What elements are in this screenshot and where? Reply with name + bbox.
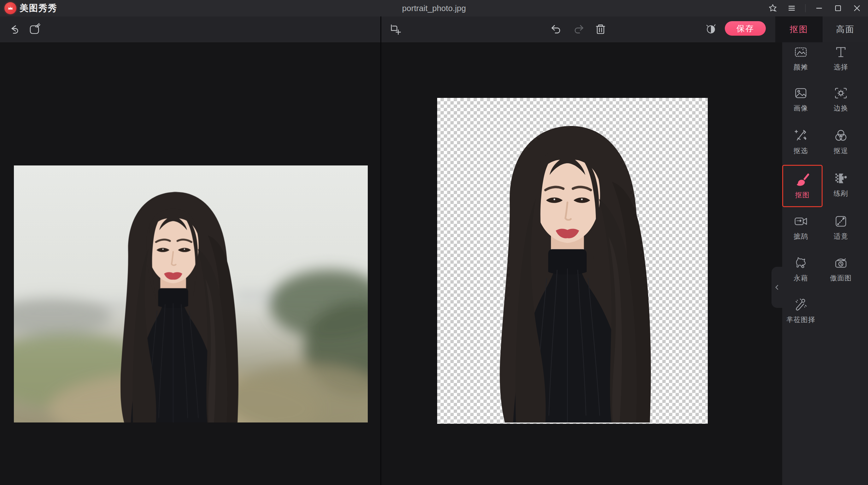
sidebar-tool-text[interactable]: 选择 [821, 45, 861, 72]
tab-cutout[interactable]: 抠图 [775, 17, 823, 42]
canvas-area: 原图 效果图 [0, 42, 782, 485]
redo-icon[interactable] [571, 22, 585, 36]
sidebar-tool-cutout-selected[interactable]: 抠图 [782, 165, 823, 207]
pen-tool-icon [794, 129, 808, 143]
original-photo [14, 166, 368, 423]
title-bar: 美图秀秀 portrait_photo.jpg [0, 0, 868, 17]
minimize-icon[interactable] [814, 3, 825, 13]
menu-icon[interactable] [786, 3, 797, 13]
compare-icon[interactable] [704, 22, 718, 36]
app-logo-icon [4, 2, 17, 14]
result-photo-transparent [437, 98, 708, 424]
maximize-icon[interactable] [833, 3, 843, 13]
video-icon [794, 214, 808, 229]
template-icon [794, 45, 808, 59]
sidebar-tool-adjust[interactable]: 边换 [821, 86, 861, 113]
image-icon [794, 86, 808, 101]
camera-icon [834, 256, 848, 270]
text-icon [834, 45, 848, 59]
adjust-icon [834, 86, 848, 101]
mosaic-icon [834, 171, 848, 186]
animal-icon [794, 256, 808, 270]
trash-icon[interactable] [594, 22, 608, 36]
eyedropper-icon [794, 297, 808, 312]
brush-icon [795, 172, 810, 188]
color-wheel-icon [834, 129, 848, 143]
crop-icon[interactable] [389, 22, 402, 36]
close-icon[interactable] [851, 3, 862, 13]
sidebar-tool-template[interactable]: 颜摊 [781, 45, 820, 72]
cutout-figure [437, 98, 708, 424]
chevron-left-icon [773, 283, 781, 291]
undo-icon[interactable] [550, 22, 563, 36]
panel-divider [380, 17, 381, 485]
sidebar-tool-resize[interactable]: 适竟 [821, 214, 861, 241]
edit-icon[interactable] [28, 22, 42, 36]
titlebar-divider [805, 4, 806, 12]
sidebar-tool-mosaic[interactable]: 练剐 [821, 171, 861, 198]
resize-icon [834, 214, 848, 229]
back-icon[interactable] [7, 22, 21, 36]
star-icon[interactable] [767, 3, 778, 13]
document-filename: portrait_photo.jpg [0, 0, 868, 17]
sidebar-tool-eyedropper[interactable]: 芈莅图择 [779, 297, 823, 324]
sidebar-tool-animal[interactable]: 永藉 [781, 256, 820, 283]
toolbar: 保存 抠图 高面 [0, 17, 868, 42]
sidebar-tool-video[interactable]: 摭鸹 [781, 214, 820, 241]
save-button[interactable]: 保存 [725, 21, 766, 36]
sidebar-tool-pen-select[interactable]: 抠选 [781, 129, 820, 156]
sidebar-tool-camera[interactable]: 傲面图 [821, 256, 861, 283]
tab-canvas[interactable]: 高面 [823, 17, 868, 42]
sidebar-tool-color[interactable]: 抠逞 [821, 129, 861, 156]
sidebar-tool-image[interactable]: 画像 [781, 86, 820, 113]
app-title: 美图秀秀 [20, 0, 57, 17]
meitu-app-window: 美图秀秀 portrait_photo.jpg [0, 0, 868, 485]
